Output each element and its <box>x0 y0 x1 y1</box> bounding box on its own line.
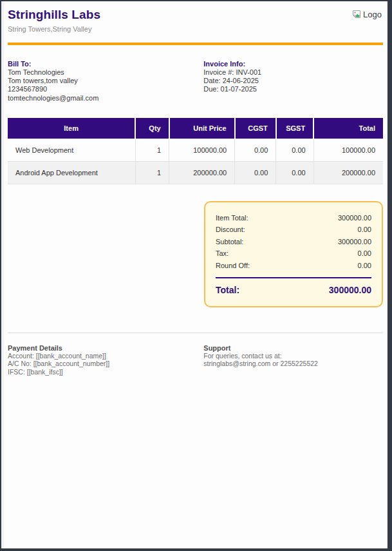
payment-details-heading: Payment Details <box>8 344 203 353</box>
invoice-page: Stringhills Labs String Towers,String Va… <box>4 1 387 548</box>
bill-to-email: tomtechnologies@gmail.com <box>8 94 203 102</box>
col-header-total: Total <box>313 118 383 139</box>
cell-sgst: 0.00 <box>276 161 313 184</box>
support-line-2: stringlabs@string.com or 2255225522 <box>203 360 383 367</box>
grand-total-label: Total: <box>216 285 239 295</box>
parties-section: Bill To: Tom Technologies Tom towers,tom… <box>8 60 383 102</box>
cell-total: 100000.00 <box>313 139 383 161</box>
support-line-1: For queries, contact us at: <box>203 352 383 360</box>
cell-cgst: 0.00 <box>235 139 276 161</box>
col-header-unit-price: Unit Price <box>169 118 235 139</box>
summary-value: 300000.00 <box>338 214 371 222</box>
col-header-cgst: CGST <box>235 118 276 139</box>
item-row: Web Development 1 100000.00 0.00 0.00 10… <box>8 139 383 161</box>
summary-label: Tax: <box>216 249 229 257</box>
payment-acno-line: A/C No: [[bank_account_number]] <box>8 360 203 367</box>
bill-to-phone: 1234567890 <box>8 85 203 93</box>
item-row: Android App Development 1 200000.00 0.00… <box>8 161 383 184</box>
summary-value: 300000.00 <box>338 238 371 246</box>
summary-row-round-off: Round Off: 0.00 <box>216 259 371 271</box>
support-block: Support For queries, contact us at: stri… <box>203 344 383 376</box>
invoice-info-block: Invoice Info: Invoice #: INV-001 Date: 2… <box>203 60 383 102</box>
bill-to-block: Bill To: Tom Technologies Tom towers,tom… <box>8 60 203 102</box>
header-accent-rule <box>8 43 383 45</box>
grand-total-row: Total: 300000.00 <box>216 285 371 295</box>
col-header-sgst: SGST <box>276 118 313 139</box>
footer-divider <box>8 333 383 333</box>
summary-row-tax: Tax: 0.00 <box>216 247 371 259</box>
payment-account-line: Account: [[bank_account_name]] <box>8 352 203 360</box>
invoice-info-heading: Invoice Info: <box>203 60 383 68</box>
cell-cgst: 0.00 <box>235 161 276 184</box>
items-table: Item Qty Unit Price CGST SGST Total Web … <box>8 118 383 184</box>
logo: Logo <box>351 9 383 19</box>
cell-qty: 1 <box>135 139 169 161</box>
summary-label: Round Off: <box>216 262 250 269</box>
col-header-qty: Qty <box>135 118 169 139</box>
summary-label: Subtotal: <box>216 238 243 246</box>
summary-value: 0.00 <box>358 226 371 233</box>
company-address: String Towers,String Valley <box>8 25 100 33</box>
summary-value: 0.00 <box>358 262 371 269</box>
invoice-due-date: Due: 01-07-2025 <box>203 85 383 93</box>
payment-details-block: Payment Details Account: [[bank_account_… <box>8 344 203 376</box>
support-heading: Support <box>203 344 383 353</box>
company-block: Stringhills Labs String Towers,String Va… <box>8 8 100 33</box>
invoice-header: Stringhills Labs String Towers,String Va… <box>8 8 383 33</box>
summary-row-subtotal: Subtotal: 300000.00 <box>216 236 371 247</box>
broken-image-icon <box>351 9 362 19</box>
bill-to-address: Tom towers,tom valley <box>8 77 203 85</box>
summary-label: Item Total: <box>216 214 248 222</box>
cell-qty: 1 <box>135 161 169 184</box>
cell-unit-price: 200000.00 <box>169 161 235 184</box>
cell-item: Android App Development <box>8 161 135 184</box>
col-header-item: Item <box>8 118 135 139</box>
cell-unit-price: 100000.00 <box>169 139 235 161</box>
cell-total: 200000.00 <box>313 161 383 184</box>
summary-box: Item Total: 300000.00 Discount: 0.00 Sub… <box>204 201 383 307</box>
grand-total-value: 300000.00 <box>329 285 371 295</box>
browser-frame: Stringhills Labs String Towers,String Va… <box>0 0 392 551</box>
bill-to-heading: Bill To: <box>8 60 203 68</box>
bill-to-name: Tom Technologies <box>8 68 203 77</box>
payment-ifsc-line: IFSC: [[bank_ifsc]] <box>8 368 203 376</box>
logo-alt-text: Logo <box>363 10 382 19</box>
summary-label: Discount: <box>216 226 245 233</box>
cell-item: Web Development <box>8 139 135 161</box>
items-table-header-row: Item Qty Unit Price CGST SGST Total <box>8 118 383 139</box>
summary-row-discount: Discount: 0.00 <box>216 224 371 235</box>
company-name: Stringhills Labs <box>8 8 100 22</box>
summary-row-item-total: Item Total: 300000.00 <box>216 212 371 224</box>
cell-sgst: 0.00 <box>276 139 313 161</box>
summary-divider <box>216 277 371 278</box>
invoice-footer: Payment Details Account: [[bank_account_… <box>8 344 383 376</box>
summary-value: 0.00 <box>358 249 371 257</box>
invoice-date: Date: 24-06-2025 <box>203 77 383 85</box>
invoice-number: Invoice #: INV-001 <box>203 68 383 77</box>
